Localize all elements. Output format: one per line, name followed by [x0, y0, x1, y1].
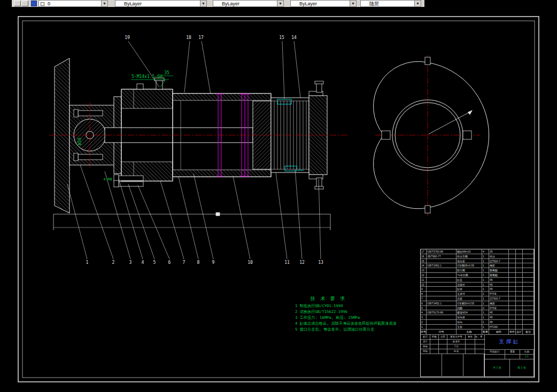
- callout-17: 17: [198, 35, 204, 40]
- tech-req-line-3: 3 工作压力: 16MPa, 耐压: 25MPa: [295, 315, 360, 320]
- dia-label: Φ50: [78, 138, 82, 146]
- chevron-down-icon[interactable]: ▼: [350, 1, 356, 6]
- plotstyle-combo[interactable]: 随层 ▼: [360, 0, 421, 7]
- callout-3: 3: [129, 260, 132, 265]
- layer-combo[interactable]: 0 ▼: [38, 0, 108, 7]
- bom-table: 17 GB/T5783-86 螺栓M8×20 4 35 16 JB/T982-7…: [420, 249, 535, 377]
- cad-application: { "toolbar": { "layer_value": "0", "comb…: [0, 0, 557, 392]
- title-block-left: 标记 处数 分区 更改文件号 签名 年、月、日 设计 标准化 校核 工艺 审核: [421, 335, 485, 377]
- bom-header: 序号 代号 名称 数量 材料 单件 总计 备注: [421, 330, 534, 335]
- table-row: 5 挡圈 2 PTFE: [421, 306, 534, 311]
- layers-icon[interactable]: [31, 1, 37, 6]
- callout-8: 8: [197, 260, 200, 265]
- callout-19: 19: [125, 35, 130, 40]
- callout-7: 7: [183, 260, 185, 265]
- color-combo[interactable]: ByLayer ▼: [115, 0, 207, 7]
- table-row: 7 活塞 1 QT500-7: [421, 296, 534, 301]
- callout-13: 13: [318, 260, 323, 265]
- table-row: 15 导向套 1 QT500-7: [421, 259, 534, 264]
- tech-req-line-5: 5 接口分左右, 每边各半, 以测油口位置分左: [295, 327, 375, 332]
- top-toolbar: 0 ▼ ByLayer ▼ ByLayer ▼ ByLayer ▼ 随层 ▼: [0, 0, 557, 7]
- chevron-down-icon[interactable]: ▼: [101, 1, 107, 6]
- tech-requirements: 技 术 要 求 1 制造执行QB/CY01-1999 2 试验执行GB/T156…: [295, 296, 397, 332]
- lineweight-combo-value: ByLayer: [299, 1, 317, 6]
- callout-11: 11: [284, 260, 290, 265]
- callout-18: 18: [186, 35, 191, 40]
- callout-15: 15: [279, 35, 284, 40]
- toolbar-button-1[interactable]: [14, 1, 21, 6]
- bolt-note: 4-M8: [103, 177, 112, 182]
- thread-note: 5-M14x1.5-6H: [131, 74, 163, 79]
- callout-1: 1: [86, 260, 89, 265]
- title-block: 标记 处数 分区 更改文件号 签名 年、月、日 设计 标准化 校核 工艺 审核: [421, 335, 534, 377]
- color-combo-value: ByLayer: [124, 1, 142, 6]
- callout-9: 9: [212, 260, 215, 265]
- callout-4: 4: [142, 260, 144, 265]
- base-dimension: [53, 213, 330, 230]
- table-row: 6 GB/T3452.1 O形圈50×3.55 1 橡胶: [421, 301, 534, 306]
- sheet-number: 第 1 张: [510, 359, 534, 377]
- table-row: 1 支座 1 HT200: [421, 325, 534, 330]
- toolbar-button-2[interactable]: [21, 1, 28, 6]
- callout-6: 6: [168, 260, 171, 265]
- front-section-view: [53, 58, 330, 230]
- table-row: 9 缸体 1 45: [421, 287, 534, 292]
- scale-value: 1:1: [520, 355, 534, 359]
- linetype-combo[interactable]: ByLayer ▼: [213, 0, 284, 7]
- callout-2: 2: [112, 260, 115, 265]
- drawing-title: 支撑缸: [485, 335, 534, 350]
- chevron-down-icon[interactable]: ▼: [277, 1, 283, 6]
- tech-req-line-1: 1 制造执行QB/CY01-1999: [295, 303, 343, 308]
- plotstyle-combo-value: 随层: [369, 1, 379, 6]
- layer-combo-value: 0: [48, 1, 50, 6]
- callout-5: 5: [153, 260, 156, 265]
- table-row: 13 防尘圈 1 聚氨酯: [421, 268, 534, 273]
- table-row: 2 球头 1 45: [421, 320, 534, 325]
- chevron-down-icon[interactable]: ▼: [200, 1, 206, 6]
- callout-12: 12: [299, 260, 305, 265]
- dim-35: 35: [164, 70, 169, 75]
- table-row: 3 球头座 1 45: [421, 315, 534, 320]
- table-row: 14 GB/T3452.1 O形圈65×3.55 1 橡胶: [421, 263, 534, 268]
- table-row: 4 GB/T6170-86 螺母M24 1 45: [421, 310, 534, 315]
- tech-req-title: 技 术 要 求: [310, 296, 346, 301]
- bom-rows: 17 GB/T5783-86 螺栓M8×20 4 35 16 JB/T982-7…: [421, 249, 534, 330]
- lineweight-combo[interactable]: ByLayer ▼: [290, 0, 357, 7]
- table-row: 12 Yx密封圈 1 聚氨酯: [421, 273, 534, 278]
- table-row: 8 支承环 2 PTFE: [421, 292, 534, 296]
- tech-req-line-4: 4 缸体总成合格后, 清除干净后涂黄色双组份环氧面漆底漆: [295, 321, 397, 326]
- table-row: 17 GB/T5783-86 螺栓M8×20 4 35: [421, 249, 534, 254]
- callout-10: 10: [247, 260, 253, 265]
- callout-14: 14: [291, 35, 297, 40]
- radius-leader: [429, 111, 471, 134]
- linetype-combo-value: ByLayer: [222, 1, 239, 6]
- title-block-right: 支撑缸 阶段标记 重量 比例 1:1 共 1 张 第 1 张: [485, 335, 534, 377]
- table-row: 11 缸盖 1 45: [421, 278, 534, 283]
- chevron-down-icon[interactable]: ▼: [414, 1, 421, 6]
- layer-color-chip: [41, 2, 44, 6]
- table-row: 16 JB/T982-77 组合垫圈 1 组合: [421, 254, 534, 259]
- table-row: 10 活塞杆 1 45: [421, 283, 534, 287]
- arrowhead-icon: [468, 110, 473, 115]
- toolbar-strip: 0 ▼ ByLayer ▼ ByLayer ▼ ByLayer ▼ 随层 ▼: [12, 0, 424, 7]
- sheets-total: 共 1 张: [485, 359, 510, 377]
- tech-req-line-2: 2 试验执行GB/T15622-1996: [295, 309, 347, 314]
- mount-plate: [55, 58, 69, 213]
